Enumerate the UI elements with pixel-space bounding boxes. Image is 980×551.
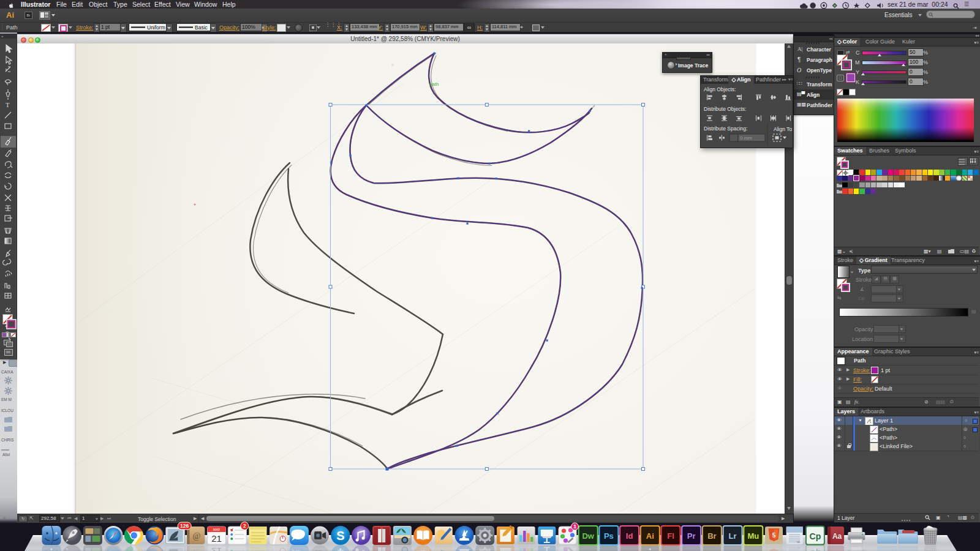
svg-text:Br: Br: [707, 531, 716, 541]
svg-text:Pr: Pr: [687, 531, 696, 541]
svg-text:vi: vi: [797, 540, 799, 544]
svg-text:Aa: Aa: [832, 532, 842, 541]
svg-text:Distribute Spacing:: Distribute Spacing:: [704, 126, 747, 132]
svg-text:S: S: [336, 529, 344, 542]
svg-text:T: T: [6, 101, 10, 108]
svg-text:Fl: Fl: [667, 531, 674, 541]
svg-text:21: 21: [211, 546, 222, 551]
svg-text:MAR: MAR: [213, 528, 221, 531]
svg-text:Ps: Ps: [604, 531, 614, 541]
svg-text:0 mm: 0 mm: [740, 135, 752, 141]
svg-text:5: 5: [772, 532, 776, 539]
svg-text:path: path: [429, 81, 439, 87]
svg-text:Mu: Mu: [747, 531, 759, 541]
svg-text:Ai: Ai: [646, 531, 654, 541]
svg-text:Lr: Lr: [729, 531, 737, 541]
svg-text:21: 21: [211, 533, 222, 544]
svg-text:1: 1: [573, 523, 576, 530]
svg-text:Align To:: Align To:: [774, 126, 793, 132]
svg-text:126: 126: [180, 523, 189, 529]
svg-text:Cp: Cp: [810, 531, 821, 541]
svg-text:@: @: [192, 531, 200, 541]
svg-text:Dw: Dw: [582, 531, 594, 541]
svg-text:vi: vi: [797, 546, 799, 550]
svg-text:Distribute Objects:: Distribute Objects:: [704, 106, 746, 112]
svg-text:Id: Id: [626, 531, 633, 541]
svg-text:2: 2: [243, 523, 246, 529]
